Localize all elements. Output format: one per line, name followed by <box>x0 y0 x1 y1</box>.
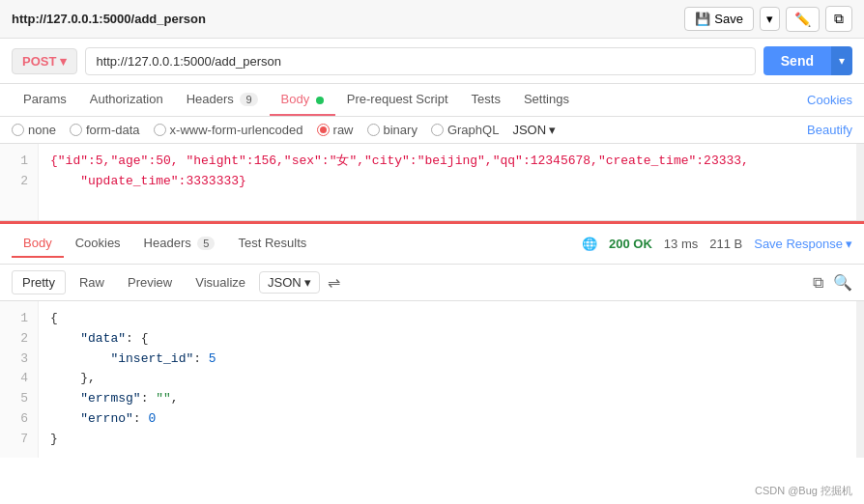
body-types: none form-data x-www-form-urlencoded raw… <box>12 123 556 137</box>
top-bar-url: http://127.0.0.1:5000/add_person <box>12 12 206 26</box>
resp-line-3: "insert_id": 5 <box>50 351 216 366</box>
radio-dot-urlencoded <box>154 124 166 136</box>
response-header: Body Cookies Headers 5 Test Results 🌐 20… <box>0 221 864 265</box>
tab-settings[interactable]: Settings <box>512 84 581 116</box>
format-tab-preview[interactable]: Preview <box>118 271 182 294</box>
search-response-icon[interactable]: 🔍 <box>833 273 852 292</box>
top-bar-actions: 💾 Save ▾ ✏️ ⧉ <box>684 6 852 32</box>
code-content[interactable]: {"id":5,"age":50, "height":156,"sex":"女"… <box>39 144 856 220</box>
radio-urlencoded[interactable]: x-www-form-urlencoded <box>154 123 303 137</box>
resp-json-chevron-icon: ▾ <box>304 275 311 290</box>
tab-headers[interactable]: Headers 9 <box>175 84 270 116</box>
response-scrollbar[interactable] <box>856 301 864 458</box>
cookies-link[interactable]: Cookies <box>807 93 852 107</box>
resp-tab-headers[interactable]: Headers 5 <box>132 230 227 258</box>
floppy-icon: 💾 <box>695 12 710 26</box>
response-code: { "data": { "insert_id": 5 }, "errmsg": … <box>39 301 856 458</box>
resp-headers-badge: 5 <box>197 237 215 250</box>
resp-line-7: } <box>50 432 58 446</box>
copy-response-icon[interactable]: ⧉ <box>813 274 823 292</box>
url-bar: POST ▾ Send ▾ <box>0 39 864 84</box>
status-badge: 200 OK <box>609 237 652 251</box>
tab-tests[interactable]: Tests <box>460 84 512 116</box>
copy-icon: ⧉ <box>834 11 844 26</box>
save-response-label: Save Response <box>754 237 843 251</box>
tab-authorization[interactable]: Authorization <box>78 84 175 116</box>
resp-tab-cookies[interactable]: Cookies <box>64 230 132 258</box>
format-row: Pretty Raw Preview Visualize JSON ▾ ⇌ ⧉ … <box>0 265 864 301</box>
response-section: Body Cookies Headers 5 Test Results 🌐 20… <box>0 221 864 458</box>
response-json-selector[interactable]: JSON ▾ <box>259 271 320 294</box>
json-format-selector[interactable]: JSON ▾ <box>512 123 556 137</box>
request-tabs-row: Params Authorization Headers 9 Body Pre-… <box>0 84 864 117</box>
format-tab-raw[interactable]: Raw <box>70 271 114 294</box>
code-line-2: "update_time":3333333} <box>50 174 246 188</box>
page-wrapper: http://127.0.0.1:5000/add_person 💾 Save … <box>0 0 864 504</box>
radio-form-data[interactable]: form-data <box>70 123 140 137</box>
tab-body[interactable]: Body <box>270 84 335 116</box>
body-type-row: none form-data x-www-form-urlencoded raw… <box>0 117 864 144</box>
tab-params[interactable]: Params <box>12 84 78 116</box>
response-tabs: Body Cookies Headers 5 Test Results <box>12 230 318 258</box>
resp-line-5: "errmsg": "", <box>50 391 179 406</box>
send-group: Send ▾ <box>763 46 852 75</box>
method-dropdown[interactable]: POST ▾ <box>12 48 77 74</box>
format-tabs: Pretty Raw Preview Visualize JSON ▾ ⇌ <box>12 270 340 294</box>
response-size: 211 B <box>709 237 742 251</box>
resp-line-numbers: 1 2 3 4 5 6 7 <box>0 301 39 458</box>
format-tab-visualize[interactable]: Visualize <box>186 271 255 294</box>
format-tab-pretty[interactable]: Pretty <box>12 270 66 294</box>
url-input[interactable] <box>85 47 755 75</box>
save-label: Save <box>714 12 743 26</box>
response-time: 13 ms <box>664 237 698 251</box>
send-chevron-button[interactable]: ▾ <box>831 46 852 75</box>
copy-button[interactable]: ⧉ <box>825 6 852 32</box>
radio-dot-none <box>12 124 24 136</box>
resp-line-2: "data": { <box>50 331 148 346</box>
resp-line-1: { <box>50 311 58 325</box>
radio-graphql[interactable]: GraphQL <box>431 123 499 137</box>
resp-line-6: "errno": 0 <box>50 411 156 426</box>
resp-tab-test-results[interactable]: Test Results <box>226 230 318 258</box>
format-actions: ⧉ 🔍 <box>813 273 852 292</box>
radio-none[interactable]: none <box>12 123 56 137</box>
radio-dot-raw <box>317 124 330 136</box>
save-button[interactable]: 💾 Save <box>684 7 754 31</box>
json-chevron-icon: ▾ <box>549 123 556 137</box>
response-meta: 🌐 200 OK 13 ms 211 B Save Response ▾ <box>582 237 852 251</box>
pencil-button[interactable]: ✏️ <box>786 7 820 32</box>
line-numbers: 1 2 <box>0 144 39 220</box>
globe-icon: 🌐 <box>582 237 597 251</box>
save-response-chevron-icon: ▾ <box>846 237 852 251</box>
radio-dot-binary <box>367 124 380 136</box>
save-chevron-button[interactable]: ▾ <box>760 7 780 31</box>
radio-dot-form-data <box>70 124 82 136</box>
radio-raw[interactable]: raw <box>317 123 354 137</box>
resp-tab-body[interactable]: Body <box>12 230 64 258</box>
send-button[interactable]: Send <box>763 46 831 75</box>
method-label: POST <box>22 54 56 69</box>
response-body: 1 2 3 4 5 6 7 { "data": { "insert_id": 5… <box>0 301 864 458</box>
wrap-icon[interactable]: ⇌ <box>328 273 340 292</box>
request-body-editor[interactable]: 1 2 {"id":5,"age":50, "height":156,"sex"… <box>0 144 864 221</box>
resp-line-4: }, <box>50 371 96 385</box>
method-chevron-icon: ▾ <box>60 54 67 69</box>
radio-binary[interactable]: binary <box>367 123 418 137</box>
top-bar: http://127.0.0.1:5000/add_person 💾 Save … <box>0 0 864 39</box>
body-active-dot <box>316 97 324 104</box>
save-response-button[interactable]: Save Response ▾ <box>754 237 852 251</box>
radio-dot-graphql <box>431 124 444 136</box>
pencil-icon: ✏️ <box>794 12 811 27</box>
code-line-1: {"id":5,"age":50, "height":156,"sex":"女"… <box>50 154 749 168</box>
headers-badge: 9 <box>240 93 257 106</box>
watermark: CSDN @Bug 挖掘机 <box>755 484 852 498</box>
beautify-button[interactable]: Beautify <box>807 123 852 137</box>
tab-pre-request-script[interactable]: Pre-request Script <box>335 84 460 116</box>
editor-scrollbar[interactable] <box>856 144 864 220</box>
request-tabs: Params Authorization Headers 9 Body Pre-… <box>12 84 581 116</box>
